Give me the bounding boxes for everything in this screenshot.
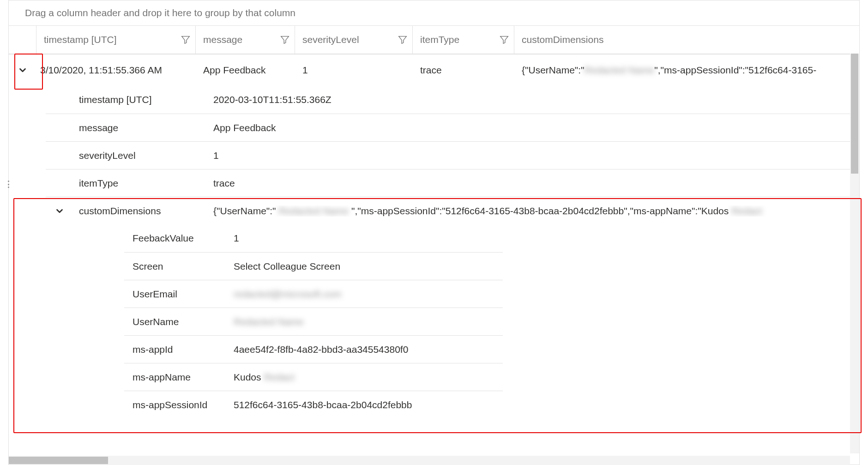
cd-json-suffix: ","ms-appSessionId":"512f6c64-3165- (654, 65, 816, 76)
horizontal-scrollbar[interactable] (9, 456, 850, 465)
detail-value: 2020-03-10T11:51:55.366Z (210, 94, 859, 105)
detail-row-message: message App Feedback (46, 114, 859, 141)
filter-icon[interactable] (499, 35, 509, 45)
column-header-itemtype[interactable]: itemType (413, 26, 514, 54)
grid-area: timestamp [UTC] message severityLevel it… (9, 26, 859, 465)
vertical-scrollbar-thumb[interactable] (851, 54, 858, 174)
detail-row-timestamp: timestamp [UTC] 2020-03-10T11:51:55.366Z (46, 86, 859, 114)
column-label: timestamp [UTC] (44, 34, 117, 45)
highlight-expand-toggle (14, 54, 43, 90)
detail-row-severitylevel: severityLevel 1 (46, 141, 859, 169)
detail-key: message (73, 122, 210, 133)
column-label: message (203, 34, 242, 45)
filter-icon[interactable] (181, 35, 191, 45)
column-label: severityLevel (302, 34, 359, 45)
cell-severitylevel: 1 (295, 54, 413, 86)
column-header-severitylevel[interactable]: severityLevel (295, 26, 413, 54)
column-header-timestamp[interactable]: timestamp [UTC] (36, 26, 196, 54)
detail-row-itemtype: itemType trace (46, 169, 859, 197)
cell-message: App Feedback (196, 54, 295, 86)
filter-icon[interactable] (280, 35, 290, 45)
table-row[interactable]: 3/10/2020, 11:51:55.366 AM App Feedback … (9, 54, 859, 86)
data-row-wrapper: 3/10/2020, 11:51:55.366 AM App Feedback … (9, 54, 859, 86)
filter-icon[interactable] (398, 35, 408, 45)
detail-value: 1 (210, 150, 859, 161)
row-detail-block: timestamp [UTC] 2020-03-10T11:51:55.366Z… (9, 86, 859, 418)
column-header-message[interactable]: message (196, 26, 295, 54)
detail-value: trace (210, 178, 859, 189)
log-grid-panel: Drag a column header and drop it here to… (8, 0, 860, 465)
detail-key: itemType (73, 178, 210, 189)
expand-column-header (9, 26, 36, 54)
grid-header-row: timestamp [UTC] message severityLevel it… (9, 26, 859, 54)
cell-timestamp: 3/10/2020, 11:51:55.366 AM (36, 54, 196, 86)
detail-key: severityLevel (73, 150, 210, 161)
column-header-customdimensions[interactable]: customDimensions (514, 26, 859, 54)
cd-json-prefix: {"UserName":" (522, 65, 585, 76)
horizontal-scrollbar-thumb[interactable] (9, 457, 108, 464)
column-label: customDimensions (522, 34, 603, 45)
column-label: itemType (420, 34, 459, 45)
highlight-customdimensions (13, 198, 862, 433)
group-by-bar[interactable]: Drag a column header and drop it here to… (9, 0, 859, 26)
panel-drag-handle-icon (7, 181, 10, 188)
cell-itemtype: trace (413, 54, 514, 86)
detail-value: App Feedback (210, 122, 859, 133)
detail-key: timestamp [UTC] (73, 94, 210, 105)
cd-json-redacted: Redacted Name (585, 65, 655, 76)
cell-customdimensions: {"UserName":" Redacted Name ","ms-appSes… (514, 54, 859, 86)
